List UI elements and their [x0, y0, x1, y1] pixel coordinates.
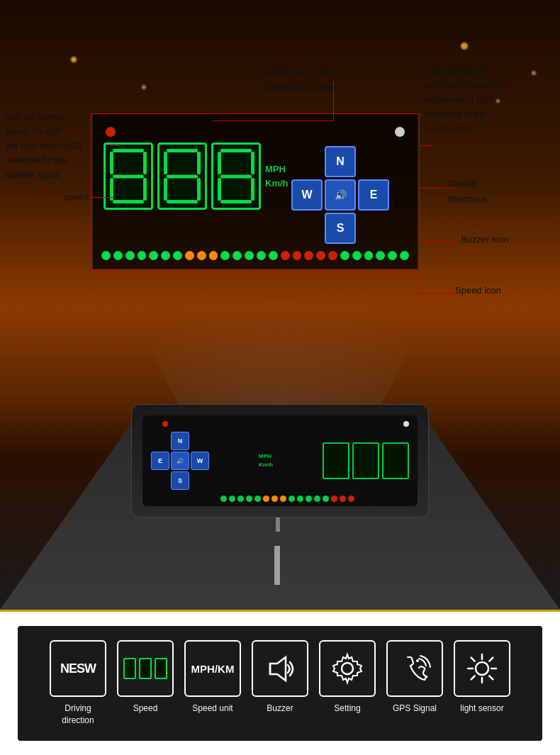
seg-top-2 [167, 149, 198, 152]
svg-line-10 [489, 676, 493, 680]
compass-empty-tr [191, 432, 209, 450]
ann-line-speed-unit [333, 82, 334, 121]
bar-dot-green [364, 251, 374, 260]
bar-dot-red-device [348, 496, 354, 502]
bar-dot-red [304, 251, 313, 260]
bar-dot-red-device [340, 496, 346, 502]
bar-dot-green [340, 251, 349, 260]
seg-br-1 [143, 178, 147, 201]
mphkm-label: MPH/KM [191, 663, 235, 675]
annotation-driving-directions: Driving directions [448, 176, 488, 207]
compass-e: E [358, 179, 389, 211]
compass-empty-bl [151, 471, 169, 490]
compass-w: W [291, 179, 323, 211]
icon-label-driving: Driving direction [62, 703, 94, 727]
compass-n: N [325, 146, 356, 177]
compass-empty [291, 146, 323, 177]
seg-bl-2 [164, 178, 167, 201]
icon-box-speed-unit: MPH/KM [184, 640, 241, 697]
seg-bot-3 [220, 200, 252, 203]
bar-dot-green [257, 251, 266, 260]
compass-empty [358, 213, 389, 244]
ann-line-driving [418, 188, 454, 189]
bar-dot-device [314, 496, 320, 502]
kmh-label-small: Km\h [259, 461, 273, 469]
svg-point-3 [416, 659, 419, 662]
buzzer-svg [264, 653, 296, 685]
bar-dot-green [269, 251, 278, 260]
bar-dot-green [400, 251, 409, 260]
svg-point-4 [476, 662, 488, 675]
mph-label-small: MPH [259, 452, 273, 461]
speed-digits-small [323, 442, 409, 479]
seg-tl-3 [218, 152, 221, 174]
compass-center-small: 🔊 [171, 452, 189, 470]
bar-dot-green [376, 251, 385, 260]
digit-1-small [323, 442, 349, 479]
bar-dot-green [113, 251, 123, 260]
bar-dot-device [254, 496, 261, 502]
digit-2 [157, 142, 207, 210]
bar-dot-green [138, 251, 147, 260]
icon-label-speed: Speed [133, 703, 158, 715]
icon-label-speed-unit: Speed unit [192, 703, 233, 715]
bar-dot-green [233, 251, 242, 260]
bar-dot-device [306, 496, 312, 502]
icon-box-gps [386, 640, 443, 697]
icon-item-gps: GPS Signal [386, 640, 443, 715]
mph-label: MPH [265, 162, 289, 177]
ann-line-satellite [110, 145, 121, 146]
light-sensor-svg [465, 651, 499, 686]
bar-dot-orange [197, 251, 206, 260]
digit-3 [211, 142, 261, 210]
bar-dot-red [281, 251, 290, 260]
seg-br-2 [197, 178, 201, 201]
gps-svg [398, 651, 432, 686]
icons-row: NESW Driving direction Speed MPH/KM Spee… [18, 626, 542, 741]
seg-mid-3 [220, 174, 252, 178]
buzzer-text: Buzzer icon [461, 234, 509, 245]
ann-line-speed [89, 197, 116, 198]
light-sensor-text: Light sensor,will automotive adjust the … [425, 66, 506, 134]
seg-tr-3 [251, 152, 254, 174]
icon-box-setting [319, 640, 376, 697]
icon-box-driving: NESW [50, 640, 106, 697]
bar-dot-orange-device [271, 496, 278, 502]
bokeh-1 [71, 57, 77, 62]
bar-dot-green [245, 251, 254, 260]
bottom-section: NESW Driving direction Speed MPH/KM Spee… [0, 610, 560, 755]
compass-empty [358, 146, 389, 177]
speed-display: MPH Km/h [103, 142, 289, 210]
compass-empty [291, 213, 323, 244]
compass-n-small: N [171, 432, 189, 450]
seg-top-3 [220, 149, 252, 152]
seg-tr-2 [197, 152, 201, 174]
annotation-speed: speed [64, 190, 89, 204]
annotation-buzzer: Buzzer icon [461, 233, 509, 247]
icon-item-driving-direction: NESW Driving direction [50, 640, 106, 727]
bar-dot-green [101, 251, 111, 260]
compass-small: N E 🔊 W S [151, 432, 209, 490]
bokeh-2 [142, 85, 146, 89]
compass-empty-br [191, 471, 209, 490]
compass-e-small: E [151, 452, 169, 470]
annotation-light-sensor: Light sensor,will automotive adjust the … [425, 64, 553, 136]
seg-mid-1 [113, 174, 144, 178]
digit-3-small [382, 442, 409, 479]
hud-device: N E 🔊 W S MPH Km\h [131, 404, 429, 518]
bar-dot-green [149, 251, 158, 260]
ann-line-speed-icon-v [418, 273, 418, 293]
speed-icon-text: Speed icon [455, 285, 501, 296]
nesw-label: NESW [60, 661, 96, 676]
icon-item-speed-unit: MPH/KM Speed unit [184, 640, 241, 715]
kmh-label: Km/h [265, 177, 289, 191]
icon-label-setting: Setting [334, 703, 360, 715]
annotation-satellite: Icon for satellite signal: the light wil… [6, 110, 116, 182]
seg-mid-2 [167, 174, 198, 178]
speed-text: speed [64, 191, 89, 202]
bar-dot-green [388, 251, 397, 260]
digit-icon-1 [123, 658, 136, 679]
bar-dot-red-device [331, 496, 337, 502]
bar-dot-red [316, 251, 325, 260]
seg-bl-3 [218, 178, 221, 201]
